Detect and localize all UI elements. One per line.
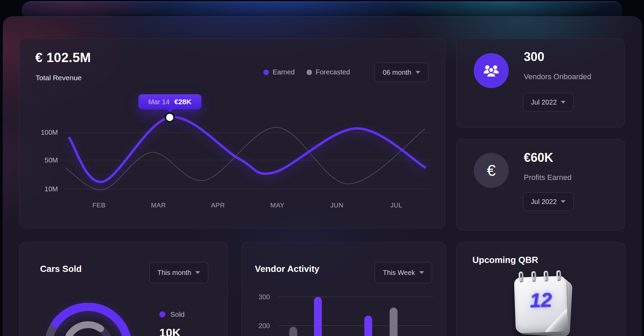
line-forecasted xyxy=(66,127,425,190)
profits-month-value: Jul 2022 xyxy=(531,198,557,206)
legend-item-forecasted: Forecasted xyxy=(307,68,350,76)
profits-month-dropdown[interactable]: Jul 2022 xyxy=(523,192,573,211)
cars-sold-card: Cars Sold This month Sold 10K xyxy=(19,242,228,336)
upcoming-qbr-card: Upcoming QBR 12 xyxy=(456,242,626,336)
calendar-icon: 12 xyxy=(514,276,568,333)
total-revenue-card: 100M50M10MFEBMARAPRMAYJUNJUL € 102.5M To… xyxy=(19,38,445,228)
cars-sold-title: Cars Sold xyxy=(40,264,82,274)
calendar-spiral-rings xyxy=(519,270,561,283)
cars-sold-value: 10K xyxy=(159,326,181,336)
legend-item-earned: Earned xyxy=(263,68,295,76)
chevron-down-icon xyxy=(561,101,566,104)
calendar-page-curl xyxy=(545,309,568,332)
vendor-activity-card: 300200 Vendor Activity This Week xyxy=(242,242,446,336)
cars-period-value: This month xyxy=(158,269,191,277)
x-tick-label: MAR xyxy=(151,202,166,209)
euro-icon: € xyxy=(487,161,496,180)
total-revenue-label: Total Revenue xyxy=(36,74,82,82)
bar xyxy=(364,316,372,336)
legend-forecasted-label: Forecasted xyxy=(316,68,350,76)
chevron-down-icon xyxy=(561,200,566,203)
x-tick-label: APR xyxy=(211,202,225,209)
x-tick-label: FEB xyxy=(92,202,106,209)
y-tick-label: 50M xyxy=(45,156,58,164)
x-tick-label: JUN xyxy=(330,202,343,209)
sold-dot-icon xyxy=(159,311,165,317)
y-tick-label: 300 xyxy=(259,293,270,301)
line-earned xyxy=(69,117,425,182)
calendar-day-number: 12 xyxy=(514,287,567,312)
dashboard: 100M50M10MFEBMARAPRMAYJUNJUL € 102.5M To… xyxy=(0,0,644,336)
spiral-ring-icon xyxy=(556,270,561,281)
total-revenue-value: € 102.5M xyxy=(35,50,91,65)
y-tick-label: 10M xyxy=(45,185,58,193)
vendors-month-value: Jul 2022 xyxy=(531,98,557,106)
chevron-down-icon xyxy=(419,271,424,274)
vendors-value: 300 xyxy=(524,50,544,64)
bar xyxy=(390,308,398,336)
revenue-period-dropdown[interactable]: 06 month xyxy=(374,63,429,82)
calendar-front-page: 12 xyxy=(514,276,568,333)
donut-arc-sold-outer xyxy=(55,307,128,336)
x-tick-label: MAY xyxy=(270,202,284,209)
revenue-period-value: 06 month xyxy=(383,69,411,76)
tooltip-date: Mar 14 xyxy=(148,98,170,106)
profits-label: Profits Earned xyxy=(524,173,571,182)
vendors-onboarded-card: 300 Vendors Onboarded Jul 2022 xyxy=(456,38,625,128)
chevron-down-icon xyxy=(416,71,420,74)
legend-earned-label: Earned xyxy=(273,68,295,76)
activity-chart: 300200 xyxy=(242,242,446,336)
earned-dot-icon xyxy=(263,70,269,75)
sold-legend-label: Sold xyxy=(170,310,185,319)
chart-tooltip: Mar 14 €28K xyxy=(138,94,201,109)
spiral-ring-icon xyxy=(519,272,524,283)
cars-legend: Sold xyxy=(159,310,185,319)
x-tick-label: JUL xyxy=(390,202,402,209)
spiral-ring-icon xyxy=(531,271,536,282)
profits-value: €60K xyxy=(524,151,553,165)
bar xyxy=(314,297,322,336)
donut-arc-inner xyxy=(69,325,101,336)
vendors-icon-circle xyxy=(474,53,509,88)
cars-period-dropdown[interactable]: This month xyxy=(149,262,208,283)
vendors-month-dropdown[interactable]: Jul 2022 xyxy=(523,93,573,111)
vendors-label: Vendors Onboarded xyxy=(524,72,591,81)
profits-earned-card: € €60K Profits Earned Jul 2022 xyxy=(456,139,625,230)
bar xyxy=(289,327,297,336)
chart-point-marker xyxy=(166,114,173,121)
revenue-legend: Earned Forecasted xyxy=(263,68,350,76)
tooltip-value: €28K xyxy=(174,98,191,106)
upcoming-qbr-title: Upcoming QBR xyxy=(472,255,538,265)
people-group-icon xyxy=(482,61,500,80)
spiral-ring-icon xyxy=(544,271,549,281)
vendor-activity-title: Vendor Activity xyxy=(255,264,319,274)
activity-period-value: This Week xyxy=(383,269,415,277)
chevron-down-icon xyxy=(195,271,200,274)
forecasted-dot-icon xyxy=(307,70,312,75)
cars-chart xyxy=(20,242,228,336)
y-tick-label: 100M xyxy=(41,129,58,136)
y-tick-label: 200 xyxy=(259,322,270,329)
euro-icon-circle: € xyxy=(474,153,509,188)
activity-period-dropdown[interactable]: This Week xyxy=(375,262,432,283)
